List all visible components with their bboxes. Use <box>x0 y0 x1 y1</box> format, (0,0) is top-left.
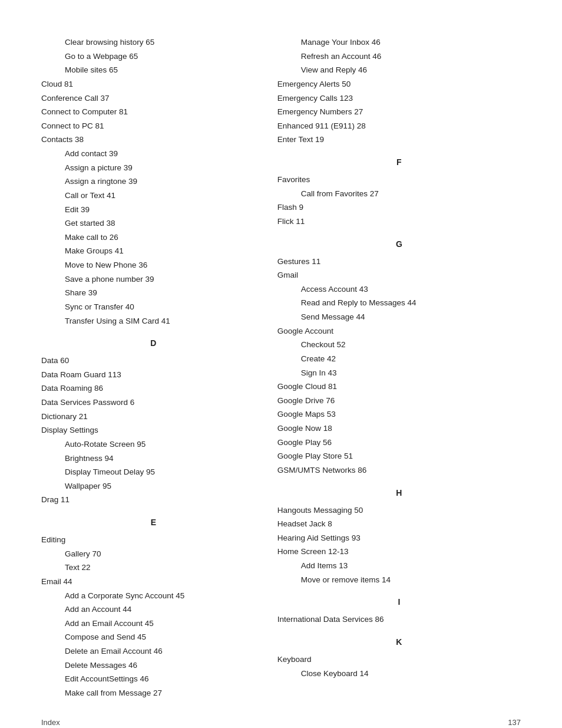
list-item: Data Services Password 6 <box>41 396 266 410</box>
list-item: Add contact 39 <box>65 147 266 161</box>
list-item: Keyboard <box>277 653 521 667</box>
list-item: Edit AccountSettings 46 <box>65 672 266 686</box>
list-item: Home Screen 12-13 <box>277 545 521 559</box>
list-item: Send Message 44 <box>301 310 521 324</box>
list-item: Emergency Numbers 27 <box>277 105 521 119</box>
list-item: Clear browsing history 65 <box>65 35 266 50</box>
list-item: Call or Text 41 <box>65 189 266 203</box>
list-item: Enter Text 19 <box>277 133 521 147</box>
list-item: Delete an Email Account 46 <box>65 644 266 658</box>
list-item: Hangouts Messaging 50 <box>277 503 521 518</box>
list-item: Favorites <box>277 173 521 187</box>
list-item: Auto-Rotate Screen 95 <box>65 437 266 452</box>
list-item: Add a Corporate Sync Account 45 <box>65 589 266 603</box>
list-item: Data Roaming 86 <box>41 381 266 396</box>
list-item: Make call from Message 27 <box>65 686 266 700</box>
list-item: Move to New Phone 36 <box>65 258 266 272</box>
list-item: Dictionary 21 <box>41 410 266 424</box>
list-item: Flick 11 <box>277 215 521 229</box>
list-item: Create 42 <box>301 352 521 366</box>
list-item: Compose and Send 45 <box>65 630 266 644</box>
page: Clear browsing history 65Go to a Webpage… <box>0 0 562 728</box>
list-item: Save a phone number 39 <box>65 272 266 286</box>
list-item: Brightness 94 <box>65 452 266 466</box>
list-item: Refresh an Account 46 <box>301 50 521 64</box>
list-item: Google Account <box>277 324 521 338</box>
list-item: Data Roam Guard 113 <box>41 368 266 382</box>
list-item: Hearing Aid Settings 93 <box>277 531 521 545</box>
section-header: H <box>277 488 521 498</box>
list-item: Sign In 43 <box>301 366 521 380</box>
list-item: Checkout 52 <box>301 338 521 352</box>
section-header: D <box>41 338 266 348</box>
list-item: Move or remove items 14 <box>301 573 521 587</box>
footer-page-number: 137 <box>508 718 521 727</box>
list-item: Google Play 56 <box>277 436 521 450</box>
section-header: F <box>277 157 521 167</box>
list-item: Text 22 <box>65 561 266 575</box>
list-item: Assign a ringtone 39 <box>65 174 266 189</box>
list-item: Get started 38 <box>65 216 266 230</box>
list-item: Google Now 18 <box>277 421 521 436</box>
list-item: Gallery 70 <box>65 547 266 561</box>
list-item: Wallpaper 95 <box>65 479 266 493</box>
list-item: Manage Your Inbox 46 <box>301 35 521 50</box>
list-item: Emergency Calls 123 <box>277 91 521 106</box>
left-column: Clear browsing history 65Go to a Webpage… <box>41 35 272 700</box>
section-header: E <box>41 518 266 527</box>
list-item: Sync or Transfer 40 <box>65 300 266 314</box>
list-item: Display Timeout Delay 95 <box>65 465 266 479</box>
list-item: Connect to Computer 81 <box>41 105 266 119</box>
list-item: Assign a picture 39 <box>65 161 266 175</box>
list-item: View and Reply 46 <box>301 63 521 77</box>
list-item: Display Settings <box>41 423 266 437</box>
list-item: Gmail <box>277 268 521 282</box>
list-item: Go to a Webpage 65 <box>65 50 266 64</box>
right-column: Manage Your Inbox 46Refresh an Account 4… <box>272 35 521 700</box>
list-item: Emergency Alerts 50 <box>277 77 521 91</box>
content-columns: Clear browsing history 65Go to a Webpage… <box>41 35 521 700</box>
list-item: Google Play Store 51 <box>277 449 521 463</box>
list-item: International Data Services 86 <box>277 612 521 627</box>
list-item: Add Items 13 <box>301 559 521 573</box>
list-item: Drag 11 <box>41 493 266 507</box>
list-item: Google Drive 76 <box>277 394 521 408</box>
list-item: Flash 9 <box>277 200 521 215</box>
list-item: Read and Reply to Messages 44 <box>301 296 521 310</box>
list-item: Editing <box>41 533 266 547</box>
list-item: Enhanced 911 (E911) 28 <box>277 119 521 133</box>
section-header: I <box>277 597 521 607</box>
list-item: GSM/UMTS Networks 86 <box>277 463 521 477</box>
list-item: Call from Favorites 27 <box>301 187 521 201</box>
list-item: Share 39 <box>65 286 266 300</box>
list-item: Cloud 81 <box>41 77 266 91</box>
list-item: Conference Call 37 <box>41 91 266 106</box>
list-item: Google Cloud 81 <box>277 380 521 394</box>
list-item: Delete Messages 46 <box>65 658 266 673</box>
list-item: Close Keyboard 14 <box>301 667 521 681</box>
page-footer: Index 137 <box>41 718 521 727</box>
list-item: Data 60 <box>41 354 266 368</box>
section-header: G <box>277 239 521 249</box>
list-item: Access Account 43 <box>301 282 521 297</box>
list-item: Add an Email Account 45 <box>65 617 266 631</box>
list-item: Headset Jack 8 <box>277 517 521 531</box>
list-item: Add an Account 44 <box>65 602 266 617</box>
list-item: Make Groups 41 <box>65 244 266 258</box>
list-item: Mobile sites 65 <box>65 63 266 77</box>
list-item: Transfer Using a SIM Card 41 <box>65 314 266 328</box>
list-item: Google Maps 53 <box>277 407 521 421</box>
footer-label: Index <box>41 718 60 727</box>
list-item: Contacts 38 <box>41 133 266 147</box>
list-item: Gestures 11 <box>277 255 521 269</box>
list-item: Email 44 <box>41 575 266 589</box>
list-item: Edit 39 <box>65 203 266 217</box>
list-item: Make call to 26 <box>65 230 266 245</box>
list-item: Connect to PC 81 <box>41 119 266 133</box>
section-header: K <box>277 637 521 647</box>
